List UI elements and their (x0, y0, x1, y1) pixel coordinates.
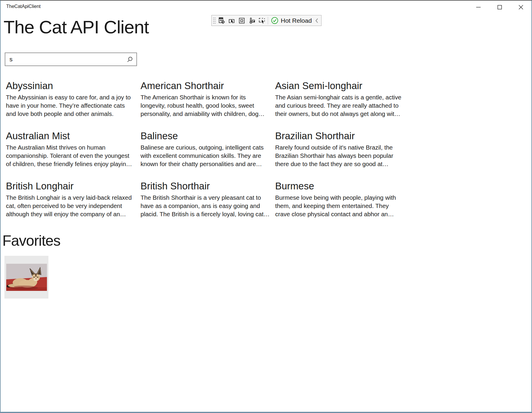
in-app-selection-icon (258, 17, 266, 24)
track-focused-element-button[interactable] (247, 16, 257, 25)
breed-name: Australian Mist (6, 130, 136, 142)
breed-description: The Abyssinian is easy to care for, and … (6, 93, 136, 118)
window-title: TheCatApiClient (6, 4, 41, 9)
close-button[interactable] (510, 1, 531, 14)
hot-reload-label: Hot Reload (281, 17, 312, 24)
breed-item-asian-semi-longhair[interactable]: Asian Semi-longhair The Asian semi-longh… (275, 80, 405, 119)
breed-name: Asian Semi-longhair (275, 80, 405, 92)
breed-name: British Longhair (6, 180, 136, 192)
breed-item-abyssinian[interactable]: Abyssinian The Abyssinian is easy to car… (6, 80, 136, 119)
layout-adornments-icon (238, 17, 246, 24)
breed-item-british-longhair[interactable]: British Longhair The British Longhair is… (6, 180, 136, 219)
chevron-left-icon (315, 18, 319, 23)
breed-name: Burmese (275, 180, 405, 192)
breed-name: American Shorthair (141, 80, 270, 92)
minimize-icon (476, 5, 481, 10)
search-box (5, 53, 137, 66)
maximize-button[interactable] (489, 1, 510, 14)
breed-description: The American Shorthair is known for its … (141, 93, 270, 118)
selection-cursor-icon (228, 17, 236, 24)
xaml-debug-toolbar: Hot Reload (211, 15, 322, 26)
favorites-heading: Favorites (2, 231, 61, 250)
breed-item-balinese[interactable]: Balinese Balinese are curious, outgoing,… (141, 130, 270, 169)
display-layout-adornments-button[interactable] (237, 16, 247, 25)
go-to-live-visual-tree-button[interactable] (217, 16, 227, 25)
toolbar-collapse-button[interactable] (314, 16, 320, 25)
search-button[interactable] (123, 53, 136, 65)
page-title: The Cat API Client (4, 15, 149, 39)
track-focused-element-icon (248, 17, 256, 24)
enable-in-app-selection-button[interactable] (257, 16, 267, 25)
toolbar-separator (268, 17, 268, 24)
breed-name: Brazilian Shorthair (275, 130, 405, 142)
breed-description: The Asian semi-longhair cats is a gentle… (275, 93, 405, 118)
breed-item-american-shorthair[interactable]: American Shorthair The American Shorthai… (141, 80, 270, 119)
hot-reload-ok-icon (271, 17, 278, 24)
breed-description: The Australian Mist thrives on human com… (6, 143, 136, 168)
breed-name: British Shorthair (141, 180, 270, 192)
hot-reload-button[interactable]: Hot Reload (270, 16, 314, 25)
breed-item-british-shorthair[interactable]: British Shorthair The British Shorthair … (141, 180, 270, 219)
close-icon (518, 5, 523, 10)
app-window: TheCatApiClient (0, 0, 532, 413)
breed-description: The British Shorthair is a very pleasant… (141, 194, 270, 218)
search-input[interactable] (5, 53, 123, 65)
toolbar-drag-grip[interactable] (213, 17, 216, 24)
breed-name: Balinese (141, 130, 270, 142)
breed-list: Abyssinian The Abyssinian is easy to car… (6, 80, 405, 219)
breed-description: Rarely found outside of it's native Braz… (275, 143, 405, 168)
breed-item-burmese[interactable]: Burmese Burmese love being with people, … (275, 180, 405, 219)
favorite-cat-photo (6, 264, 47, 291)
window-controls (468, 1, 531, 14)
minimize-button[interactable] (468, 1, 489, 14)
live-visual-tree-icon (218, 17, 226, 24)
breed-item-brazilian-shorthair[interactable]: Brazilian Shorthair Rarely found outside… (275, 130, 405, 169)
favorite-item[interactable] (4, 256, 48, 299)
breed-description: The British Longhair is a very laid-back… (6, 194, 136, 218)
breed-description: Balinese are curious, outgoing, intellig… (141, 143, 270, 168)
enable-selection-button[interactable] (227, 16, 237, 25)
search-icon (127, 56, 133, 63)
title-bar: TheCatApiClient (1, 1, 531, 14)
maximize-icon (497, 5, 502, 10)
breed-item-australian-mist[interactable]: Australian Mist The Australian Mist thri… (6, 130, 136, 169)
breed-description: Burmese love being with people, playing … (275, 194, 405, 218)
breed-name: Abyssinian (6, 80, 136, 92)
